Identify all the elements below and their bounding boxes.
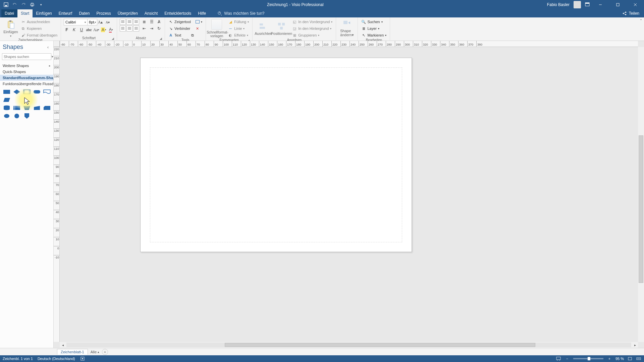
- maximize-button[interactable]: [611, 0, 625, 9]
- shrink-font-button[interactable]: A▾: [105, 19, 111, 25]
- tab-daten[interactable]: Daten: [75, 9, 93, 17]
- group-paragraph: ≣ ☰ A̷ ⇤ ⇥ ↻ Absatz◢: [117, 17, 165, 41]
- svg-point-15: [625, 12, 626, 13]
- ribbon: Einfügen ▾ ✂Ausschneiden ⧉Kopieren 🖌Form…: [0, 17, 644, 41]
- fill-icon: ◢: [228, 19, 233, 24]
- fill-button[interactable]: ◢Füllung▾: [227, 19, 250, 25]
- ribbon-collapse-icon[interactable]: ˄: [640, 19, 642, 23]
- pointer-tool-button[interactable]: ↖Zeigertool ▾: [168, 19, 203, 25]
- tab-prozess[interactable]: Prozess: [93, 9, 114, 17]
- indent-inc-button[interactable]: ⇥: [149, 25, 155, 32]
- pointer-icon: ↖: [168, 19, 173, 24]
- send-back-button[interactable]: ◲In den Hintergrund▾: [291, 25, 333, 32]
- print-icon[interactable]: [30, 2, 35, 7]
- menu-bar: Datei StartEinfügenEntwurfDatenProzessÜb…: [0, 9, 644, 17]
- close-button[interactable]: [629, 0, 642, 9]
- group-label-editing: Bearbeiten: [361, 38, 387, 41]
- paragraph-dialog-launcher[interactable]: ◢: [160, 37, 162, 40]
- bullets-button[interactable]: ≣: [141, 19, 147, 25]
- font-dialog-launcher[interactable]: ◢: [112, 37, 114, 40]
- svg-rect-27: [343, 21, 347, 24]
- svg-rect-22: [260, 23, 263, 25]
- format-painter-button[interactable]: 🖌Format übertragen: [20, 32, 58, 38]
- svg-rect-24: [278, 23, 281, 25]
- paste-button[interactable]: Einfügen ▾: [3, 20, 19, 38]
- select-icon: ↖: [361, 33, 366, 38]
- tab-überprüfen[interactable]: Überprüfen: [114, 9, 141, 17]
- redo-icon[interactable]: [21, 2, 26, 7]
- position-button[interactable]: Positionieren: [273, 21, 289, 36]
- user-avatar[interactable]: [574, 1, 581, 8]
- connector-tool-button[interactable]: ↘Verbinder ✕: [168, 25, 203, 32]
- svg-rect-6: [585, 3, 589, 4]
- bold-button[interactable]: F: [64, 27, 70, 33]
- cut-button[interactable]: ✂Ausschneiden: [20, 19, 58, 25]
- group-icon: ⊞: [292, 33, 297, 38]
- group-label-tools: Tools: [168, 38, 203, 41]
- group-editing: 🔍Suchen▾ ≣Layer▾ ↖Markieren▾ Bearbeiten: [358, 17, 390, 41]
- tab-entwicklertools[interactable]: Entwicklertools: [161, 9, 195, 17]
- highlight-button[interactable]: A▾: [101, 27, 107, 33]
- underline-button[interactable]: U: [78, 27, 85, 33]
- qat-more-icon[interactable]: ▾: [38, 2, 44, 7]
- effects-icon: ◐: [228, 33, 233, 38]
- tab-ansicht[interactable]: Ansicht: [141, 9, 161, 17]
- select-button[interactable]: ↖Markieren▾: [361, 32, 387, 38]
- ribbon-options-icon[interactable]: [585, 2, 590, 7]
- copy-button[interactable]: ⧉Kopieren: [20, 25, 58, 32]
- undo-icon[interactable]: [12, 2, 17, 7]
- rotate-text-button[interactable]: ↻: [156, 25, 162, 32]
- share-icon: [622, 11, 627, 16]
- align-button[interactable]: Ausrichten: [255, 21, 271, 36]
- change-shape-button[interactable]: Shapeändern▾: [339, 19, 355, 37]
- line-icon: ─: [228, 26, 233, 31]
- align-buttons[interactable]: [120, 19, 139, 32]
- svg-line-17: [624, 12, 625, 13]
- group-clipboard: Einfügen ▾ ✂Ausschneiden ⧉Kopieren 🖌Form…: [0, 17, 61, 41]
- quick-styles-button[interactable]: Schnellformat-vorlagen: [209, 19, 225, 38]
- tab-einfügen[interactable]: Einfügen: [33, 9, 55, 17]
- indent-dec-button[interactable]: ⇤: [141, 25, 147, 32]
- front-icon: ◱: [292, 19, 297, 24]
- tab-hilfe[interactable]: Hilfe: [195, 9, 209, 17]
- title-bar: ▾ Zeichnung1 - Visio Professional Fabio …: [0, 0, 644, 9]
- tab-file[interactable]: Datei: [1, 9, 17, 17]
- group-button[interactable]: ⊞Gruppieren▾: [291, 32, 333, 38]
- svg-rect-26: [280, 27, 283, 29]
- scissors-icon: ✂: [21, 19, 25, 24]
- bring-front-button[interactable]: ◱In den Vordergrund▾: [291, 19, 333, 25]
- tell-me-text: Was möchten Sie tun?: [224, 11, 264, 16]
- connector-icon: ↘: [168, 26, 173, 31]
- user-name[interactable]: Fabio Basler: [547, 2, 570, 7]
- layer-button[interactable]: ≣Layer▾: [361, 25, 387, 32]
- font-size-input[interactable]: [87, 19, 97, 25]
- text-tool-button[interactable]: AText ⧉: [168, 32, 203, 38]
- group-shape-styles: Schnellformat-vorlagen ◢Füllung▾ ─Linie▾…: [206, 17, 253, 41]
- group-label-font: Schriftart◢: [64, 36, 114, 41]
- effects-button[interactable]: ◐Effekte▾: [227, 32, 250, 38]
- delete-icon: ✕: [195, 26, 200, 31]
- tab-entwurf[interactable]: Entwurf: [55, 9, 76, 17]
- numbering-button[interactable]: ☰: [149, 19, 155, 25]
- group-font: ▾ ▾ A▴ A▾ F K U abc Aa▾ A▾ A▾ Schriftart…: [61, 17, 117, 41]
- back-icon: ◲: [292, 26, 297, 31]
- tab-start[interactable]: Start: [17, 9, 33, 17]
- minimize-button[interactable]: [594, 0, 607, 9]
- font-color-button[interactable]: A▾: [108, 27, 114, 33]
- share-button[interactable]: Teilen: [629, 11, 639, 16]
- svg-rect-20: [9, 20, 11, 22]
- group-label-clipboard: Zwischenablage: [3, 38, 58, 41]
- clear-format-button[interactable]: A̷: [156, 19, 162, 25]
- case-button[interactable]: Aa▾: [93, 27, 99, 33]
- save-icon[interactable]: [3, 2, 9, 7]
- grow-font-button[interactable]: A▴: [97, 19, 103, 25]
- tell-me[interactable]: Was möchten Sie tun?: [214, 9, 264, 17]
- group-tools: ↖Zeigertool ▾ ↘Verbinder ✕ AText ⧉ Tools: [165, 17, 206, 41]
- svg-rect-23: [260, 27, 265, 29]
- strike-button[interactable]: abc: [86, 27, 92, 33]
- line-button[interactable]: ─Linie▾: [227, 25, 250, 32]
- find-button[interactable]: 🔍Suchen▾: [361, 19, 387, 25]
- font-name-input[interactable]: [64, 19, 88, 25]
- window-title: Zeichnung1 - Visio Professional: [44, 2, 547, 7]
- italic-button[interactable]: K: [71, 27, 77, 33]
